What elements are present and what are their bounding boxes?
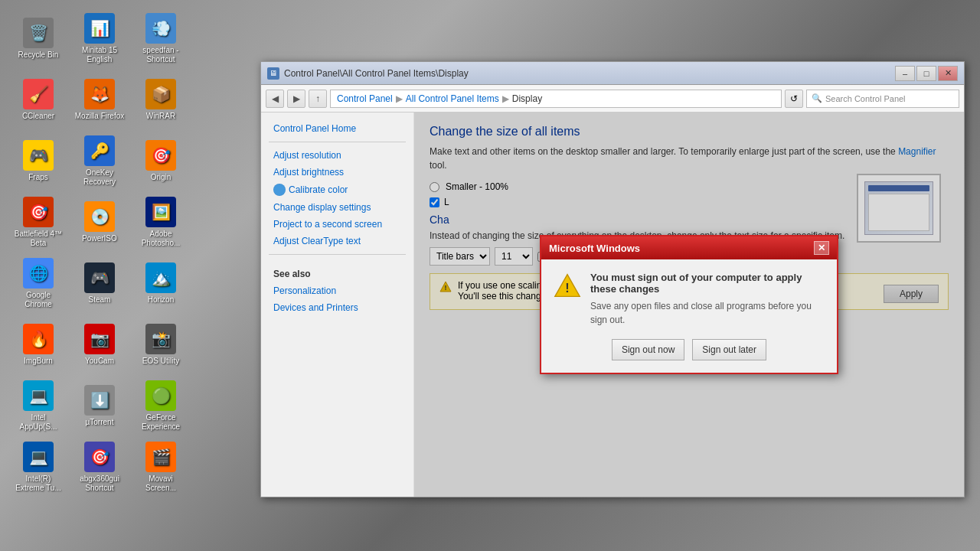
- desktop-icon-origin[interactable]: 🎯 Origin: [130, 130, 191, 191]
- icon-label-geforce: GeForce Experience: [134, 413, 188, 432]
- desktop-icon-imgburn[interactable]: 🔥 ImgBurn: [8, 314, 69, 375]
- sidebar-link-brightness[interactable]: Adjust brightness: [261, 164, 413, 181]
- icon-label-firefox: Mozilla Firefox: [75, 112, 124, 121]
- desktop-icon-winrar[interactable]: 📦 WinRAR: [130, 69, 191, 130]
- icon-label-onekey: OneKey Recovery: [73, 168, 126, 187]
- icon-label-battlefield: Battlefield 4™ Beta: [11, 230, 65, 248]
- icon-label-speedfan: speedfan - Shortcut: [134, 46, 188, 64]
- microsoft-windows-dialog: Microsoft Windows ✕ ! You must sign out …: [540, 235, 838, 374]
- icon-label-movavi: Movavi Screen...: [134, 474, 188, 493]
- desktop-icon-onekey[interactable]: 🔑 OneKey Recovery: [69, 130, 130, 191]
- desktop-icon-chrome[interactable]: 🌐 Google Chrome: [8, 253, 69, 314]
- desktop-icon-ccleaner[interactable]: 🧹 CCleaner: [8, 69, 69, 130]
- sidebar-link-calibrate[interactable]: Calibrate color: [261, 181, 413, 199]
- dialog-close-button[interactable]: ✕: [814, 241, 829, 255]
- search-box[interactable]: 🔍 Search Control Panel: [806, 90, 959, 108]
- desktop-icon-minitab15[interactable]: 📊 Minitab 15 English: [69, 8, 130, 69]
- icon-label-abcgx360: abgx360gui Shortcut: [73, 474, 126, 493]
- desktop-icon-intel-extreme[interactable]: 💻 Intel(R) Extreme Tu...: [8, 436, 69, 497]
- breadcrumb-controlpanel[interactable]: Control Panel: [337, 93, 393, 104]
- search-placeholder: Search Control Panel: [825, 94, 906, 103]
- sign-out-now-button[interactable]: Sign out now: [612, 339, 684, 360]
- desktop-icons-area: 🗑️ Recycle Bin 📊 Minitab 15 English 💨 sp…: [0, 0, 176, 551]
- search-icon: 🔍: [812, 93, 822, 103]
- dialog-message-body: Save any open files and close all progra…: [590, 299, 825, 327]
- desktop-icon-poweriso[interactable]: 💿 PowerISO: [69, 191, 130, 253]
- window-icon: 🖥: [267, 67, 279, 80]
- sidebar-link-resolution[interactable]: Adjust resolution: [261, 147, 413, 164]
- icon-label-poweriso: PowerISO: [82, 234, 117, 243]
- desktop-icon-fraps[interactable]: 🎮 Fraps: [8, 130, 69, 191]
- sidebar-link-project[interactable]: Project to a second screen: [261, 216, 413, 233]
- address-bar: ◀ ▶ ↑ Control Panel ▶ All Control Panel …: [261, 85, 964, 112]
- icon-label-youcam: YouCam: [85, 357, 114, 366]
- maximize-button[interactable]: □: [916, 66, 936, 81]
- desktop-icon-abcgx360[interactable]: 🎯 abgx360gui Shortcut: [69, 436, 130, 497]
- dialog-body: ! You must sign out of your computer to …: [541, 259, 837, 373]
- sidebar-link-devices[interactable]: Devices and Printers: [261, 299, 413, 316]
- desktop-icon-utorrent[interactable]: ⬇️ µTorrent: [69, 375, 130, 436]
- icon-label-imgburn: ImgBurn: [24, 357, 53, 366]
- desktop-icon-battlefield[interactable]: 🎯 Battlefield 4™ Beta: [8, 191, 69, 253]
- desktop-icon-geforce[interactable]: 🟢 GeForce Experience: [130, 375, 191, 436]
- main-panel: Change the size of all items Make text a…: [414, 112, 964, 497]
- breadcrumb-sep-2: ▶: [502, 93, 509, 104]
- svg-text:!: !: [565, 281, 569, 295]
- icon-label-ccleaner: CCleaner: [22, 112, 54, 121]
- icon-label-horizon: Horizon: [148, 295, 174, 305]
- refresh-button[interactable]: ↺: [785, 90, 803, 108]
- see-also-label: See also: [261, 259, 413, 282]
- dialog-title: Microsoft Windows: [549, 243, 640, 254]
- icon-label-steam: Steam: [89, 295, 111, 305]
- desktop-icon-firefox[interactable]: 🦊 Mozilla Firefox: [69, 69, 130, 130]
- globe-icon: [273, 184, 286, 196]
- desktop-icon-eos[interactable]: 📸 EOS Utility: [130, 314, 191, 375]
- sidebar-link-personalization[interactable]: Personalization: [261, 282, 413, 299]
- desktop-icon-steam[interactable]: 🎮 Steam: [69, 253, 130, 314]
- dialog-message-area: You must sign out of your computer to ap…: [590, 272, 825, 327]
- sidebar-link-home[interactable]: Control Panel Home: [261, 120, 413, 137]
- sidebar-link-cleartype[interactable]: Adjust ClearType text: [261, 233, 413, 249]
- dialog-titlebar: Microsoft Windows ✕: [541, 236, 837, 259]
- minimize-button[interactable]: –: [895, 66, 915, 81]
- forward-button[interactable]: ▶: [287, 90, 305, 108]
- desktop-icon-intel-appup[interactable]: 💻 Intel AppUp(S...: [8, 375, 69, 436]
- sign-out-later-button[interactable]: Sign out later: [692, 339, 766, 360]
- desktop-icon-adobe[interactable]: 🖼️ Adobe Photosho...: [130, 191, 191, 253]
- icon-label-intel-extreme: Intel(R) Extreme Tu...: [11, 474, 65, 493]
- icon-label-eos: EOS Utility: [142, 357, 179, 366]
- sidebar: Control Panel Home Adjust resolution Adj…: [261, 112, 414, 497]
- dialog-message-title: You must sign out of your computer to ap…: [590, 272, 825, 295]
- calibrate-label: Calibrate color: [289, 184, 348, 195]
- desktop-icon-horizon[interactable]: 🏔️ Horizon: [130, 253, 191, 314]
- icon-label-minitab15: Minitab 15 English: [73, 46, 126, 64]
- dialog-buttons: Sign out now Sign out later: [554, 336, 825, 360]
- control-panel-window: 🖥 Control Panel\All Control Panel Items\…: [260, 61, 965, 497]
- sidebar-divider-1: [269, 142, 406, 142]
- icon-label-recycle-bin: Recycle Bin: [18, 51, 59, 60]
- dialog-main-row: ! You must sign out of your computer to …: [554, 272, 825, 327]
- breadcrumb-allitems[interactable]: All Control Panel Items: [406, 93, 499, 104]
- breadcrumb-display: Display: [512, 93, 542, 104]
- icon-label-winrar: WinRAR: [146, 112, 175, 121]
- icon-label-utorrent: µTorrent: [86, 418, 114, 427]
- desktop-icon-recycle-bin[interactable]: 🗑️ Recycle Bin: [8, 8, 69, 69]
- desktop-icon-movavi[interactable]: 🎬 Movavi Screen...: [130, 436, 191, 497]
- icon-label-adobe: Adobe Photosho...: [134, 230, 188, 248]
- icon-label-fraps: Fraps: [28, 173, 48, 182]
- up-button[interactable]: ↑: [309, 90, 327, 108]
- back-button[interactable]: ◀: [266, 90, 284, 108]
- icon-label-chrome: Google Chrome: [11, 291, 65, 309]
- dialog-warning-icon: !: [554, 272, 581, 299]
- title-bar: 🖥 Control Panel\All Control Panel Items\…: [261, 62, 964, 85]
- desktop-icon-speedfan[interactable]: 💨 speedfan - Shortcut: [130, 8, 191, 69]
- close-button[interactable]: ✕: [938, 66, 958, 81]
- address-path[interactable]: Control Panel ▶ All Control Panel Items …: [330, 90, 782, 108]
- desktop-icon-youcam[interactable]: 📷 YouCam: [69, 314, 130, 375]
- icon-label-intel-appup: Intel AppUp(S...: [11, 413, 65, 432]
- dialog-overlay: Microsoft Windows ✕ ! You must sign out …: [414, 112, 964, 497]
- breadcrumb-sep-1: ▶: [396, 93, 403, 104]
- sidebar-link-display-settings[interactable]: Change display settings: [261, 199, 413, 216]
- content-area: Control Panel Home Adjust resolution Adj…: [261, 112, 964, 497]
- icon-label-origin: Origin: [151, 173, 172, 182]
